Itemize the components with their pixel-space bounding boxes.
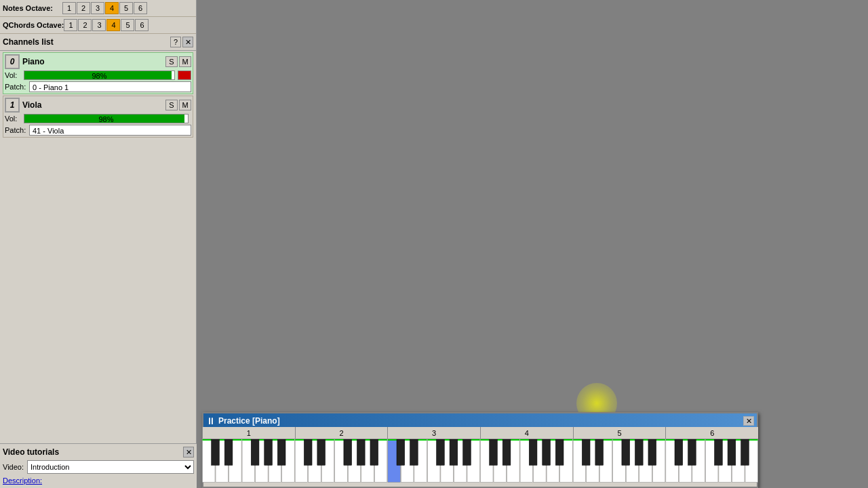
chords-octave-label: QChords Octave:	[3, 21, 64, 29]
piano-octave-1: 1	[202, 427, 295, 439]
video-tutorials-title: Video tutorials	[3, 447, 183, 457]
svg-rect-87	[264, 439, 273, 465]
svg-rect-89	[304, 439, 312, 465]
viola-vol-text: 98%	[24, 115, 188, 123]
svg-rect-99	[490, 439, 498, 465]
svg-rect-106	[622, 439, 630, 465]
svg-rect-104	[582, 439, 590, 465]
svg-rect-94	[397, 439, 405, 465]
svg-rect-96	[437, 439, 445, 465]
svg-rect-101	[529, 439, 537, 465]
channel-index-0: 0	[5, 54, 20, 69]
viola-vol-bar-container[interactable]: 98%	[24, 114, 189, 123]
viola-patch-label: Patch:	[5, 126, 29, 134]
notes-octave-btn-6[interactable]: 6	[134, 2, 147, 14]
notes-octave-btn-1[interactable]: 1	[62, 2, 76, 14]
svg-rect-95	[410, 439, 418, 465]
piano-mute-button[interactable]: M	[179, 56, 191, 67]
chords-octave-btn-5[interactable]: 5	[121, 19, 134, 31]
channels-close-button[interactable]: ✕	[182, 37, 193, 47]
chords-octave-btn-6[interactable]: 6	[135, 19, 149, 31]
svg-rect-109	[675, 439, 683, 465]
channels-list-title: Channels list	[3, 37, 169, 47]
svg-rect-113	[741, 439, 749, 465]
channel-name-piano: Piano	[22, 57, 164, 66]
viola-solo-button[interactable]: S	[165, 100, 178, 110]
svg-rect-110	[688, 439, 696, 465]
practice-title: Practice [Piano]	[218, 416, 743, 426]
chords-octave-btn-1[interactable]: 1	[64, 19, 77, 31]
video-select-row: Video: Introduction Lesson 1 Lesson 2 Le…	[3, 460, 194, 474]
notes-octave-btn-4[interactable]: 4	[105, 2, 119, 14]
piano-container: 1 2 3 4 5 6	[202, 427, 758, 483]
channels-list-header: Channels list ? ✕	[0, 34, 196, 51]
svg-rect-86	[251, 439, 259, 465]
svg-rect-102	[542, 439, 551, 465]
notes-octave-label: Notes Octave:	[3, 4, 62, 12]
video-dropdown[interactable]: Introduction Lesson 1 Lesson 2 Lesson 3	[27, 460, 194, 474]
notes-octave-btn-5[interactable]: 5	[119, 2, 133, 14]
practice-close-button[interactable]: ✕	[743, 416, 754, 426]
piano-octave-2: 2	[295, 427, 388, 439]
svg-rect-100	[502, 439, 511, 465]
viola-patch-value[interactable]: 41 - Viola	[29, 125, 191, 136]
notes-octave-btn-2[interactable]: 2	[77, 2, 90, 14]
piano-octave-4: 4	[480, 427, 573, 439]
svg-rect-105	[595, 439, 604, 465]
svg-rect-107	[635, 439, 643, 465]
piano-patch-value[interactable]: 0 - Piano 1	[29, 81, 191, 92]
viola-vol-row: Vol: 98%	[5, 114, 191, 123]
video-tutorials-header: Video tutorials ✕	[3, 447, 194, 458]
piano-numbers-row: 1 2 3 4 5 6	[202, 427, 758, 439]
svg-rect-93	[370, 439, 378, 465]
video-tutorials-close-button[interactable]: ✕	[183, 447, 194, 458]
chords-octave-row: QChords Octave: 1 2 3 4 5 6	[0, 17, 196, 34]
channel-top-viola: 1 Viola S M	[5, 98, 191, 113]
notes-octave-btn-3[interactable]: 3	[91, 2, 104, 14]
channel-name-viola: Viola	[22, 100, 164, 110]
svg-rect-108	[648, 439, 656, 465]
svg-rect-92	[357, 439, 365, 465]
piano-patch-row: Patch: 0 - Piano 1	[5, 81, 191, 92]
video-tutorials-panel: Video tutorials ✕ Video: Introduction Le…	[0, 443, 197, 488]
piano-vol-row: Vol: 98%	[5, 70, 191, 80]
left-panel: Notes Octave: 1 2 3 4 5 6 QChords Octave…	[0, 0, 197, 488]
practice-icon: ⏸	[206, 415, 216, 426]
svg-rect-84	[212, 439, 220, 465]
description-link[interactable]: Description:	[3, 476, 42, 485]
channel-index-1: 1	[5, 98, 20, 113]
piano-solo-button[interactable]: S	[165, 56, 178, 67]
description-row: Description:	[3, 476, 194, 485]
chords-octave-btn-2[interactable]: 2	[78, 19, 92, 31]
piano-vol-text: 98%	[24, 71, 174, 79]
piano-color-button[interactable]	[178, 70, 191, 80]
viola-mute-button[interactable]: M	[179, 100, 191, 110]
channel-item-viola: 1 Viola S M Vol: 98% Patch: 41 - Viola	[3, 96, 193, 138]
svg-rect-88	[277, 439, 285, 465]
viola-patch-row: Patch: 41 - Viola	[5, 125, 191, 136]
svg-rect-112	[728, 439, 736, 465]
piano-vol-bar-container[interactable]: 98%	[24, 70, 175, 80]
svg-rect-91	[344, 439, 352, 465]
chords-octave-btn-3[interactable]: 3	[92, 19, 106, 31]
piano-octave-3: 3	[387, 427, 480, 439]
svg-rect-90	[317, 439, 326, 465]
practice-titlebar: ⏸ Practice [Piano] ✕	[203, 413, 757, 428]
main-area	[197, 0, 868, 413]
video-label: Video:	[3, 463, 27, 471]
viola-vol-label: Vol:	[5, 115, 24, 123]
channel-item-piano: 0 Piano S M Vol: 98% Patch: 0 - Piano 1	[3, 52, 193, 94]
notes-octave-row: Notes Octave: 1 2 3 4 5 6	[0, 0, 196, 17]
piano-octave-5: 5	[573, 427, 666, 439]
piano-patch-label: Patch:	[5, 83, 29, 91]
svg-rect-85	[224, 439, 233, 465]
piano-octave-6: 6	[665, 427, 758, 439]
svg-rect-97	[450, 439, 458, 465]
svg-rect-111	[715, 439, 723, 465]
svg-rect-98	[463, 439, 471, 465]
piano-vol-label: Vol:	[5, 71, 24, 79]
chords-octave-btn-4[interactable]: 4	[106, 19, 120, 31]
piano-keyboard-svg	[202, 439, 758, 483]
channels-help-button[interactable]: ?	[170, 37, 181, 47]
channel-top-piano: 0 Piano S M	[5, 54, 191, 69]
